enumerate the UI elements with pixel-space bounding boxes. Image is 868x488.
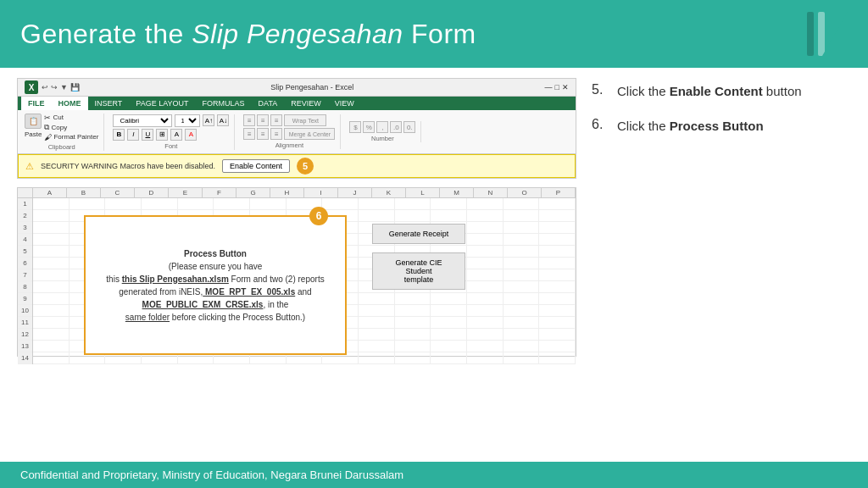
process-body-5-suffix: before clicking the Process Button.) xyxy=(170,313,305,322)
currency-button[interactable]: $ xyxy=(349,121,361,133)
paste-button[interactable]: 📋 Paste xyxy=(25,114,42,141)
align-top-center[interactable]: ≡ xyxy=(257,114,269,126)
row-7: 7 xyxy=(18,269,32,281)
ribbon-tab-insert[interactable]: INSERT xyxy=(88,97,130,110)
decrease-decimal[interactable]: 0. xyxy=(403,121,415,133)
left-column: X ↩ ↪ ▼ 💾 Slip Pengesahan - Excel — □ ✕ xyxy=(17,78,576,455)
clipboard-btns: 📋 Paste ✂ Cut ⧉ Copy xyxy=(25,114,98,141)
generate-cie-button[interactable]: Generate CIE Student template xyxy=(372,252,465,290)
step-6-item: 6. Click the Process Button xyxy=(592,117,851,135)
copy-button[interactable]: ⧉ Copy xyxy=(44,123,98,132)
italic-button[interactable]: I xyxy=(127,129,139,141)
font-name-select[interactable]: Calibri xyxy=(113,114,172,127)
font-color-button[interactable]: A xyxy=(185,129,197,141)
title-italic: Slip Pengesahan xyxy=(192,19,403,49)
number-group: $ % , .0 0. Number xyxy=(348,121,421,142)
font-size-select[interactable]: 11 xyxy=(175,114,200,127)
alignment-controls: ≡ ≡ ≡ Wrap Text ≡ ≡ ≡ Merge & Center xyxy=(243,114,335,140)
merge-center-button[interactable]: Merge & Center xyxy=(284,128,335,140)
excel-title-bar: X ↩ ↪ ▼ 💾 Slip Pengesahan - Excel — □ ✕ xyxy=(18,79,576,97)
excel-window-controls: — □ ✕ xyxy=(545,83,569,92)
col-b: B xyxy=(67,188,101,197)
excel-title-text: Slip Pengesahan - Excel xyxy=(270,83,353,92)
increase-decimal[interactable]: .0 xyxy=(390,121,402,133)
col-f: F xyxy=(203,188,236,197)
generate-receipt-button[interactable]: Generate Receipt xyxy=(372,224,465,244)
ribbon-tabs-bar: FILE HOME INSERT PAGE LAYOUT FORMULAS DA… xyxy=(18,97,576,110)
col-m: M xyxy=(440,188,474,197)
format-painter-icon: 🖌 xyxy=(44,133,52,141)
comma-button[interactable]: , xyxy=(376,121,388,133)
warning-icon: ⚠ xyxy=(25,161,34,172)
row-13: 13 xyxy=(18,341,32,352)
process-body-4-suffix: , in the xyxy=(263,300,288,309)
wrap-text-button[interactable]: Wrap Text xyxy=(284,114,326,126)
row-2: 2 xyxy=(18,210,32,222)
row-8: 8 xyxy=(18,281,32,293)
align-bottom-center[interactable]: ≡ xyxy=(257,128,269,140)
ribbon-tab-view[interactable]: VIEW xyxy=(328,97,361,110)
right-column: 5. Click the Enable Content button 6. Cl… xyxy=(592,78,851,455)
footer-text: Confidential and Proprietary, Ministry o… xyxy=(20,469,403,481)
bold-button[interactable]: B xyxy=(113,129,125,141)
main-content: X ↩ ↪ ▼ 💾 Slip Pengesahan - Excel — □ ✕ xyxy=(0,68,868,462)
step-6-badge: 6 xyxy=(309,207,328,225)
font-decrease-btn[interactable]: A↓ xyxy=(217,114,229,126)
ribbon-tab-review[interactable]: REVIEW xyxy=(284,97,328,110)
col-d: D xyxy=(135,188,169,197)
ribbon-tab-data[interactable]: DATA xyxy=(252,97,285,110)
ribbon-tab-pagelayout[interactable]: PAGE LAYOUT xyxy=(129,97,195,110)
ribbon-tab-home[interactable]: HOME xyxy=(52,97,88,110)
row-3: 3 xyxy=(18,222,32,234)
col-c: C xyxy=(101,188,135,197)
excel-screenshot-2: A B C D E F G H I J K L M N O P 1 2 xyxy=(17,187,576,357)
process-body-2: this this Slip Pengesahan.xlsm Form and … xyxy=(106,273,324,286)
col-j: J xyxy=(338,188,372,197)
font-increase-btn[interactable]: A↑ xyxy=(203,114,214,126)
cut-icon: ✂ xyxy=(44,114,51,122)
process-title-text: Process Button xyxy=(184,249,247,258)
col-g: G xyxy=(236,188,270,197)
step-5-after: button xyxy=(763,84,802,98)
header: Generate the Slip Pengesahan Form xyxy=(0,0,868,68)
align-top-right[interactable]: ≡ xyxy=(270,114,282,126)
process-body-2-bold: this Slip Pengesahan.xlsm xyxy=(122,274,229,284)
sheet-body: 1 2 3 4 5 6 7 8 9 10 11 12 13 14 xyxy=(18,198,576,364)
align-bottom-left[interactable]: ≡ xyxy=(243,128,255,140)
number-controls: $ % , .0 0. xyxy=(349,121,415,133)
row-9: 9 xyxy=(18,293,32,305)
row-numbers: 1 2 3 4 5 6 7 8 9 10 11 12 13 14 xyxy=(18,198,33,364)
border-button[interactable]: ⊞ xyxy=(156,129,168,141)
cut-button[interactable]: ✂ Cut xyxy=(44,114,98,122)
ribbon-body: 📋 Paste ✂ Cut ⧉ Copy xyxy=(18,110,576,154)
excel-screenshot-1: X ↩ ↪ ▼ 💾 Slip Pengesahan - Excel — □ ✕ xyxy=(17,78,576,179)
security-warning-bar: ⚠ SECURITY WARNING Macros have been disa… xyxy=(18,154,576,178)
col-n: N xyxy=(474,188,508,197)
underline-button[interactable]: U xyxy=(142,129,153,141)
process-body-2-prefix: this xyxy=(106,274,121,284)
step-5-number: 5. xyxy=(592,82,609,97)
copy-icon: ⧉ xyxy=(44,123,49,132)
enable-content-button[interactable]: Enable Content xyxy=(222,159,290,173)
ribbon-tab-file[interactable]: FILE xyxy=(21,97,52,110)
ribbon-tab-formulas[interactable]: FORMULAS xyxy=(196,97,252,110)
cie-btn-line2: template xyxy=(404,275,434,284)
process-body-3: generated from iNEIS, MOE_RPT_EX_005.xls… xyxy=(106,286,324,298)
align-bottom-right[interactable]: ≡ xyxy=(270,128,282,140)
process-body-5-underline: same folder xyxy=(125,313,170,322)
side-buttons-area: Generate Receipt Generate CIE Student te… xyxy=(372,224,465,290)
paste-icon: 📋 xyxy=(25,114,42,129)
alignment-label: Alignment xyxy=(275,141,303,149)
row-11: 11 xyxy=(18,317,32,329)
align-top-left[interactable]: ≡ xyxy=(243,114,255,126)
ribbon-tabs-list: FILE HOME INSERT PAGE LAYOUT FORMULAS DA… xyxy=(18,97,576,110)
step-5-text: Click the Enable Content button xyxy=(617,82,802,100)
page-title: Generate the Slip Pengesahan Form xyxy=(20,19,476,50)
font-label: Font xyxy=(164,142,177,150)
excel-nav: ↩ ↪ ▼ 💾 xyxy=(42,83,80,92)
format-painter-button[interactable]: 🖌 Format Painter xyxy=(44,133,98,141)
font-controls: Calibri 11 A↑ A↓ B I U ⊞ xyxy=(113,114,229,141)
col-l: L xyxy=(406,188,440,197)
percent-button[interactable]: % xyxy=(363,121,375,133)
fill-color-button[interactable]: A xyxy=(170,129,182,141)
